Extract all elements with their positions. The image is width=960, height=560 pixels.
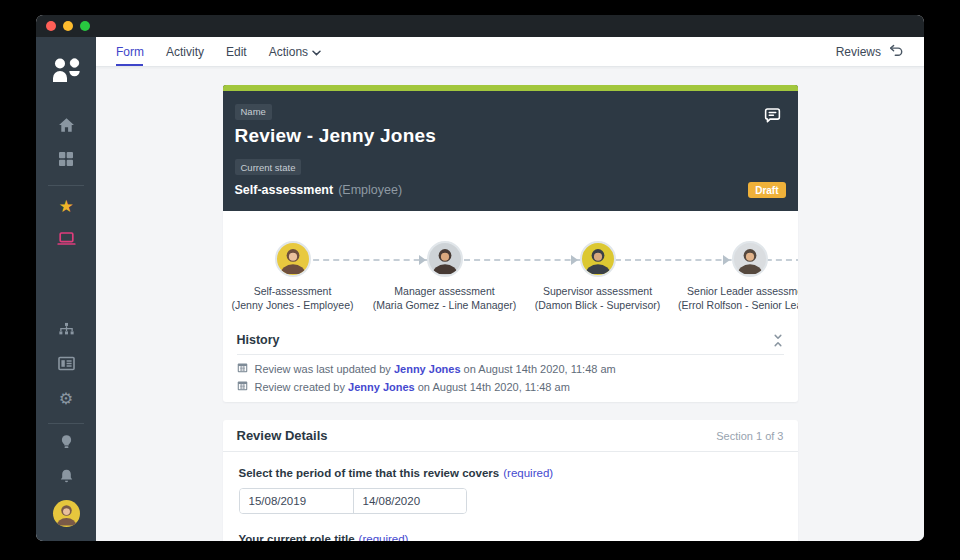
- required-marker: (required): [503, 467, 553, 479]
- sidebar-item-reports[interactable]: [36, 351, 96, 379]
- date-to-input[interactable]: [353, 489, 466, 513]
- minimize-button[interactable]: [63, 21, 73, 31]
- workflow-step: Self-assessment (Jenny Jones - Employee): [223, 241, 378, 312]
- user-link[interactable]: Jenny Jones: [348, 381, 415, 393]
- page-title: Review - Jenny Jones: [235, 125, 786, 147]
- user-link[interactable]: Jenny Jones: [394, 363, 461, 375]
- tab-actions[interactable]: Actions: [269, 45, 321, 59]
- step-label: Manager assessment (Maria Gomez - Line M…: [360, 284, 530, 312]
- history-section: History: [223, 324, 798, 393]
- period-field-label: Select the period of time that this revi…: [239, 467, 500, 479]
- laptop-icon: [57, 231, 76, 250]
- org-chart-icon: [58, 322, 75, 341]
- gear-icon: ⚙: [59, 391, 73, 407]
- sidebar-divider: [48, 423, 84, 424]
- history-entry: Review created by Jenny Jones on August …: [237, 380, 784, 393]
- comments-button[interactable]: [761, 104, 784, 130]
- workflow-step: Senior Leader assessment (Errol Rolfson …: [665, 241, 798, 312]
- top-nav: Form Activity Edit Actions Reviews: [96, 37, 924, 67]
- step-label: Senior Leader assessment (Errol Rolfson …: [665, 284, 798, 312]
- tab-form[interactable]: Form: [116, 45, 144, 59]
- section-indicator: Section 1 of 3: [716, 430, 783, 442]
- sidebar-item-favorites[interactable]: ★: [36, 192, 96, 220]
- calendar-icon: [237, 380, 248, 393]
- star-icon: ★: [58, 198, 73, 215]
- status-badge: Draft: [748, 182, 785, 198]
- history-text: Review was last updated by: [255, 363, 394, 375]
- history-text: Review created by: [255, 381, 349, 393]
- step-avatar[interactable]: [580, 241, 616, 277]
- return-arrow-icon: [888, 44, 904, 60]
- user-avatar[interactable]: [53, 500, 80, 527]
- sidebar-item-org-chart[interactable]: [36, 317, 96, 345]
- workflow-timeline: Self-assessment (Jenny Jones - Employee)…: [223, 211, 798, 324]
- collapse-button[interactable]: [772, 334, 784, 347]
- section-title: Review Details: [237, 428, 328, 443]
- required-marker: (required): [359, 533, 409, 541]
- history-text: on August 14th 2020, 11:48 am: [461, 363, 616, 375]
- date-range-group: [239, 488, 467, 514]
- window-titlebar: [36, 15, 924, 37]
- people-logo-icon: [50, 57, 82, 89]
- review-header-card: Name Review - Jenny Jones Current state …: [223, 85, 798, 211]
- step-avatar[interactable]: [427, 241, 463, 277]
- history-entry: Review was last updated by Jenny Jones o…: [237, 362, 784, 375]
- bell-icon: [59, 468, 74, 488]
- review-details-card: Review Details Section 1 of 3 Select the…: [223, 420, 798, 541]
- sidebar-divider: [48, 185, 84, 186]
- tab-activity[interactable]: Activity: [166, 45, 204, 59]
- lightbulb-icon: [60, 434, 73, 455]
- current-state-chip: Current state: [235, 159, 302, 175]
- sidebar-item-settings[interactable]: ⚙: [36, 385, 96, 413]
- step-avatar[interactable]: [275, 241, 311, 277]
- page-content: Name Review - Jenny Jones Current state …: [96, 67, 924, 541]
- name-label-chip: Name: [235, 104, 272, 120]
- reviews-back-link[interactable]: Reviews: [836, 44, 904, 60]
- sidebar: ★: [36, 37, 96, 541]
- step-label: Self-assessment (Jenny Jones - Employee): [223, 284, 378, 312]
- chevron-down-icon: [312, 45, 321, 59]
- workflow-history-card: Self-assessment (Jenny Jones - Employee)…: [223, 211, 798, 402]
- zoom-button[interactable]: [80, 21, 90, 31]
- current-state-value: Self-assessment: [235, 183, 334, 197]
- calendar-icon: [237, 362, 248, 375]
- history-title: History: [237, 333, 280, 347]
- role-field-label: Your current role title: [239, 533, 355, 541]
- sidebar-item-notifications[interactable]: [36, 464, 96, 492]
- step-avatar[interactable]: [732, 241, 768, 277]
- tab-edit[interactable]: Edit: [226, 45, 247, 59]
- sidebar-item-dashboard[interactable]: [36, 147, 96, 175]
- sidebar-item-workstation[interactable]: [36, 226, 96, 254]
- comment-icon: [761, 112, 784, 129]
- home-icon: [58, 117, 75, 137]
- step-label: Supervisor assessment (Damon Blick - Sup…: [513, 284, 683, 312]
- app-window: ★: [36, 15, 924, 541]
- workflow-step: Manager assessment (Maria Gomez - Line M…: [360, 241, 530, 312]
- table-icon: [58, 356, 75, 375]
- close-button[interactable]: [46, 21, 56, 31]
- date-from-input[interactable]: [240, 489, 353, 513]
- history-text: on August 14th 2020, 11:48 am: [415, 381, 570, 393]
- active-tab-indicator: [116, 64, 143, 66]
- sidebar-item-ideas[interactable]: [36, 430, 96, 458]
- current-state-role: (Employee): [338, 183, 402, 197]
- workflow-step: Supervisor assessment (Damon Blick - Sup…: [513, 241, 683, 312]
- dashboard-grid-icon: [58, 151, 74, 171]
- sidebar-item-home[interactable]: [36, 113, 96, 141]
